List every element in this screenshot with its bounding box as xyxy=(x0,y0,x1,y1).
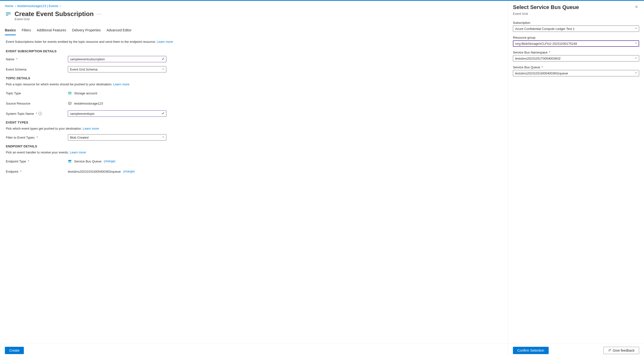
tab-advanced-editor[interactable]: Advanced Editor xyxy=(106,27,132,35)
person-feedback-icon xyxy=(608,349,612,352)
svg-rect-3 xyxy=(68,92,72,93)
name-label: Name* xyxy=(6,58,68,61)
endpoint-value: testsbns20231031t005400383zqueue xyxy=(68,170,121,174)
svg-rect-5 xyxy=(68,94,72,94)
side-panel-subtitle: Event Grid xyxy=(508,12,644,20)
endpoint-label: Endpoint* xyxy=(6,170,68,174)
queue-label: Service Bus Queue * xyxy=(513,66,639,69)
side-panel: Select Service Bus Queue Event Grid Subs… xyxy=(508,1,644,357)
topic-type-label: Topic Type xyxy=(6,92,68,95)
storage-icon xyxy=(68,91,72,95)
source-resource-value: testdemostorage123 xyxy=(68,102,103,105)
learn-more-link[interactable]: Learn more xyxy=(83,127,99,130)
breadcrumb: Home › testdemostorage123 | Events › xyxy=(0,1,508,9)
chevron-right-icon: › xyxy=(15,4,16,8)
svg-rect-1 xyxy=(6,14,11,14)
resource-group-label: Resource group xyxy=(513,36,639,40)
learn-more-link[interactable]: Learn more xyxy=(113,82,130,86)
tabs: Basics Filters Additional Features Deliv… xyxy=(0,27,508,36)
tab-delivery-properties[interactable]: Delivery Properties xyxy=(72,27,101,35)
system-topic-input[interactable] xyxy=(68,110,166,117)
chevron-right-icon: › xyxy=(60,4,61,8)
create-button[interactable]: Create xyxy=(5,347,24,354)
check-icon xyxy=(161,57,165,61)
main-footer: Create xyxy=(0,344,508,357)
system-topic-label: System Topic Name* i xyxy=(6,112,68,116)
chevron-down-icon xyxy=(162,68,165,71)
subscription-select[interactable]: Azure Confidential Compute Ledger Test 1 xyxy=(513,26,639,32)
page-subtitle: Event Grid xyxy=(0,17,508,23)
learn-more-link[interactable]: Learn more xyxy=(70,150,86,154)
svg-rect-9 xyxy=(68,162,71,162)
namespace-select[interactable]: testsbns20231031T005400383Z xyxy=(513,55,639,62)
more-actions-button[interactable]: ··· xyxy=(96,12,102,16)
section-topic-details: TOPIC DETAILS xyxy=(6,76,502,80)
event-schema-select[interactable]: Event Grid Schema xyxy=(68,66,166,72)
svg-point-12 xyxy=(608,350,610,351)
chevron-down-icon xyxy=(162,136,165,139)
queue-select[interactable]: testsbns20231031t005400383zqueue xyxy=(513,70,639,76)
breadcrumb-resource[interactable]: testdemostorage123 | Events xyxy=(17,4,58,8)
event-grid-icon xyxy=(5,11,12,18)
chevron-down-icon xyxy=(634,57,638,60)
section-event-types: EVENT TYPES xyxy=(6,120,502,124)
close-button[interactable] xyxy=(634,4,639,10)
section-subscription-details: EVENT SUBSCRIPTION DETAILS xyxy=(6,49,502,53)
tab-basics[interactable]: Basics xyxy=(5,27,16,35)
section-endpoint-details: ENDPOINT DETAILS xyxy=(6,144,502,148)
event-schema-label: Event Schema xyxy=(6,68,68,71)
change-endpoint-link[interactable]: (change) xyxy=(123,170,135,173)
change-endpoint-type-link[interactable]: (change) xyxy=(104,160,115,163)
svg-rect-4 xyxy=(68,93,72,94)
chevron-down-icon xyxy=(634,27,638,31)
breadcrumb-home[interactable]: Home xyxy=(5,4,14,8)
side-footer: Confirm Selection Give feedback xyxy=(508,344,644,357)
page-title: Create Event Subscription xyxy=(14,10,94,18)
svg-rect-13 xyxy=(610,349,611,350)
give-feedback-button[interactable]: Give feedback xyxy=(604,347,640,354)
tab-additional-features[interactable]: Additional Features xyxy=(37,27,66,35)
event-types-desc: Pick which event types get pushed to you… xyxy=(6,127,502,130)
endpoint-desc: Pick an event handler to receive your ev… xyxy=(6,150,502,154)
tab-filters[interactable]: Filters xyxy=(22,27,31,35)
service-bus-icon xyxy=(68,159,72,163)
info-icon[interactable]: i xyxy=(38,112,42,115)
learn-more-link[interactable]: Learn more xyxy=(157,40,173,44)
side-panel-title: Select Service Bus Queue xyxy=(513,4,579,10)
chevron-down-icon xyxy=(634,72,638,75)
resource-group-select[interactable]: mrg-BlobStorageACLFin2-20231030175249 xyxy=(513,40,639,47)
svg-rect-0 xyxy=(6,12,11,13)
name-input[interactable] xyxy=(68,56,166,62)
endpoint-type-label: Endpoint Type* xyxy=(6,160,68,163)
source-resource-label: Source Resource xyxy=(6,102,68,105)
svg-rect-8 xyxy=(68,160,71,161)
svg-rect-2 xyxy=(6,15,8,16)
topic-type-value: Storage account xyxy=(68,91,97,95)
chevron-down-icon xyxy=(634,42,638,46)
filter-event-types-label: Filter to Event Types* xyxy=(6,136,68,139)
endpoint-type-value: Service Bus Queue xyxy=(74,160,102,163)
cube-icon xyxy=(68,102,72,105)
filter-event-types-select[interactable]: Blob Created xyxy=(68,134,166,140)
check-icon xyxy=(161,112,165,116)
subscription-label: Subscription xyxy=(513,21,639,24)
confirm-selection-button[interactable]: Confirm Selection xyxy=(513,347,549,354)
close-icon xyxy=(635,5,638,8)
topic-desc: Pick a topic resource for which events s… xyxy=(6,82,502,86)
namespace-label: Service Bus Namespace * xyxy=(513,50,639,54)
intro-text: Event Subscriptions listen for events em… xyxy=(6,40,502,44)
